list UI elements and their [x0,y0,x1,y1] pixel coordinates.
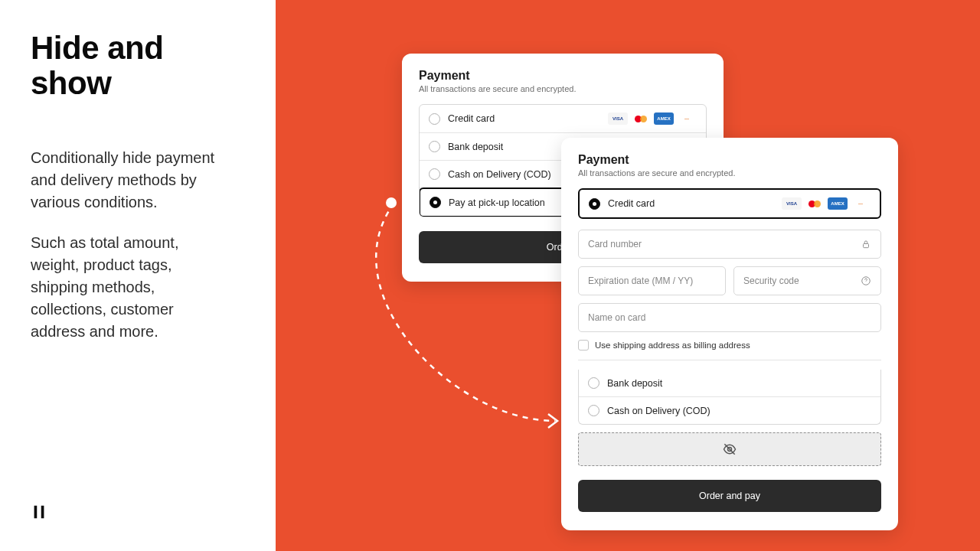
radio-icon [430,197,441,208]
payment-options-list: Credit card VISA AMEX — [578,188,881,219]
radio-icon [429,113,440,125]
discover-icon: — [851,197,871,210]
preview-canvas: Payment All transactions are secure and … [276,0,980,551]
payment-card-after: Payment All transactions are secure and … [561,138,898,530]
payment-subtitle: All transactions are secure and encrypte… [578,168,881,178]
payment-title: Payment [419,69,707,83]
marketing-body: Conditionally hide payment and delivery … [31,147,276,343]
page-heading: Hide and show [31,31,276,101]
visa-icon: VISA [608,112,628,125]
card-brand-logos: VISA AMEX — [782,197,871,210]
arrow-start-dot [386,197,397,208]
eye-off-icon [722,442,737,457]
payment-title: Payment [578,153,881,167]
discover-icon: — [677,112,697,125]
order-and-pay-button[interactable]: Order and pay [578,480,881,512]
option-credit-card[interactable]: Credit card VISA AMEX — [580,190,880,217]
lock-icon [861,239,871,249]
svg-rect-0 [864,243,869,247]
placeholder-text: Security code [743,276,799,286]
help-icon [861,276,871,286]
mastercard-icon [805,197,825,210]
mastercard-icon [631,112,651,125]
option-label: Credit card [448,113,608,124]
brand-logo-icon [31,504,47,520]
payment-subtitle: All transactions are secure and encrypte… [419,84,707,93]
checkbox-icon [578,340,589,350]
option-cod[interactable]: Cash on Delivery (COD) [579,397,880,424]
use-shipping-checkbox[interactable]: Use shipping address as billing address [578,340,881,350]
radio-icon [429,141,440,152]
payment-options-rest: Bank deposit Cash on Delivery (COD) [578,370,881,425]
radio-icon [589,198,600,210]
placeholder-text: Name on card [588,312,645,323]
option-credit-card[interactable]: Credit card VISA AMEX — [420,105,706,133]
checkbox-label: Use shipping address as billing address [595,341,750,350]
radio-icon [429,168,440,180]
cvv-input[interactable]: Security code [733,266,881,295]
placeholder-text: Expiration date (MM / YY) [588,276,693,286]
option-label: Bank deposit [607,378,871,389]
name-on-card-input[interactable]: Name on card [578,303,881,332]
card-brand-logos: VISA AMEX — [608,112,697,125]
amex-icon: AMEX [828,197,848,210]
expiry-input[interactable]: Expiration date (MM / YY) [578,266,726,295]
card-number-input[interactable]: Card number [578,230,881,259]
radio-icon [588,405,599,416]
radio-icon [588,377,599,389]
option-label: Credit card [608,198,782,209]
visa-icon: VISA [782,197,802,210]
option-bank-deposit[interactable]: Bank deposit [579,370,880,397]
hidden-option-placeholder [578,432,881,466]
credit-card-form: Card number Expiration date (MM / YY) Se… [578,219,881,360]
amex-icon: AMEX [654,112,674,125]
option-label: Cash on Delivery (COD) [607,406,871,416]
marketing-sidebar: Hide and show Conditionally hide payment… [0,0,276,551]
placeholder-text: Card number [588,239,642,249]
